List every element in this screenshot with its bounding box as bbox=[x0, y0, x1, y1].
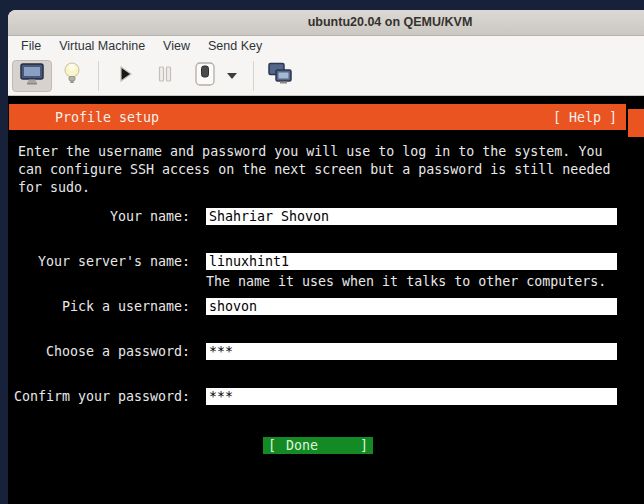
field-row-confirm-password: Confirm your password: *** bbox=[8, 388, 617, 405]
username-input[interactable]: shovon bbox=[206, 298, 617, 315]
your-name-label: Your name: bbox=[8, 209, 190, 224]
server-name-label: Your server's name: bbox=[8, 254, 190, 269]
username-label: Pick a username: bbox=[8, 299, 190, 314]
your-name-input[interactable]: Shahriar Shovon bbox=[206, 208, 617, 225]
server-name-input[interactable]: linuxhint1 bbox=[206, 253, 617, 270]
done-button[interactable]: [ Done ] bbox=[263, 437, 373, 454]
field-row-server-name: Your server's name: linuxhint1 bbox=[8, 253, 617, 270]
description-text: Enter the username and password you will… bbox=[18, 143, 610, 196]
done-bracket-open: [ bbox=[268, 437, 276, 454]
console-view-button[interactable] bbox=[12, 60, 52, 92]
installer-header: Profile setup [ Help ] bbox=[9, 104, 626, 130]
pause-icon bbox=[156, 65, 174, 87]
confirm-password-input[interactable]: *** bbox=[206, 388, 617, 405]
toolbar-separator bbox=[98, 61, 99, 91]
monitor-icon bbox=[19, 63, 45, 89]
window-title: ubuntu20.04 on QEMU/KVM bbox=[308, 15, 473, 29]
menu-send-key[interactable]: Send Key bbox=[199, 36, 271, 57]
menu-virtual-machine[interactable]: Virtual Machine bbox=[50, 36, 154, 57]
confirm-password-label: Confirm your password: bbox=[8, 389, 190, 404]
vm-viewer-window: ubuntu20.04 on QEMU/KVM File Virtual Mac… bbox=[8, 10, 644, 504]
field-row-password: Choose a password: *** bbox=[8, 343, 617, 360]
menu-file[interactable]: File bbox=[12, 36, 50, 57]
help-button[interactable]: [ Help ] bbox=[553, 110, 617, 125]
menubar: File Virtual Machine View Send Key bbox=[8, 36, 644, 57]
field-row-your-name: Your name: Shahriar Shovon bbox=[8, 208, 617, 225]
server-name-helper-text: The name it uses when it talks to other … bbox=[206, 274, 606, 289]
header-overflow-notch bbox=[628, 109, 644, 137]
play-icon bbox=[115, 64, 135, 88]
titlebar[interactable]: ubuntu20.04 on QEMU/KVM bbox=[8, 10, 644, 36]
fullscreen-button[interactable] bbox=[260, 60, 300, 92]
power-switch-icon bbox=[193, 61, 217, 91]
field-row-username: Pick a username: shovon bbox=[8, 298, 617, 315]
toolbar-separator bbox=[253, 61, 254, 91]
menu-view[interactable]: View bbox=[154, 36, 199, 57]
lightbulb-icon bbox=[63, 61, 81, 91]
shutdown-menu-caret-icon[interactable] bbox=[227, 73, 237, 79]
password-label: Choose a password: bbox=[8, 344, 190, 359]
hardware-details-button[interactable] bbox=[52, 60, 92, 92]
done-button-label: Done bbox=[286, 437, 318, 454]
run-button[interactable] bbox=[105, 60, 145, 92]
password-input[interactable]: *** bbox=[206, 343, 617, 360]
done-bracket-close: ] bbox=[360, 437, 368, 454]
vm-console-screen[interactable]: Profile setup [ Help ] Enter the usernam… bbox=[8, 96, 644, 504]
shutdown-button[interactable] bbox=[185, 60, 225, 92]
dual-monitor-icon bbox=[267, 62, 293, 90]
page-title: Profile setup bbox=[55, 110, 159, 125]
toolbar bbox=[8, 57, 644, 96]
pause-button[interactable] bbox=[145, 60, 185, 92]
